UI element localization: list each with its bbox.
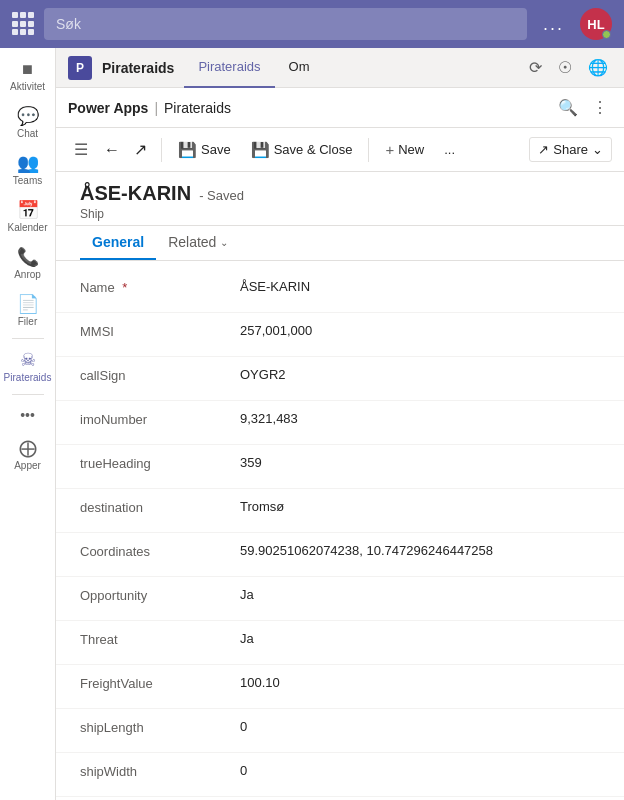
more-actions-label: ... (444, 142, 455, 157)
field-value-opportunity[interactable]: Ja (240, 587, 600, 602)
sidebar: ■ Aktivitet 💬 Chat 👥 Teams 📅 Kalender 📞 … (0, 48, 56, 800)
sidebar-item-calls-label: Anrop (14, 269, 41, 281)
sidebar-item-teams[interactable]: 👥 Teams (0, 146, 55, 193)
share-button[interactable]: ↗ Share ⌄ (529, 137, 612, 162)
record-name: ÅSE-KARIN (80, 182, 191, 205)
field-label-callsign: callSign (80, 367, 240, 383)
toolbar: ☰ ← ↗ 💾 Save 💾 Save & Close + New ... (56, 128, 624, 172)
nav-buttons: ← ↗ (98, 136, 153, 163)
search-input[interactable] (44, 8, 527, 40)
field-row-name: Name * ÅSE-KARIN (56, 269, 624, 313)
main-layout: ■ Aktivitet 💬 Chat 👥 Teams 📅 Kalender 📞 … (0, 48, 624, 800)
field-label-shiplength: shipLength (80, 719, 240, 735)
sidebar-item-calls[interactable]: 📞 Anrop (0, 240, 55, 287)
activity-icon: ■ (22, 60, 33, 78)
field-value-trueheading[interactable]: 359 (240, 455, 600, 470)
field-label-coordinates: Coordinates (80, 543, 240, 559)
field-row-threat: Threat Ja (56, 621, 624, 665)
sidebar-item-teams-label: Teams (13, 175, 42, 187)
tab-general[interactable]: General (80, 226, 156, 260)
record-header: ÅSE-KARIN - Saved Ship (56, 172, 624, 226)
tab-pirateraids[interactable]: Pirateraids (184, 48, 274, 88)
tab-related[interactable]: Related ⌄ (156, 226, 240, 260)
sidebar-item-apps-label: Apper (14, 460, 41, 472)
sidebar-divider (12, 338, 44, 339)
app-header-tabs: Pirateraids Om (184, 48, 521, 88)
share-chevron-icon: ⌄ (592, 142, 603, 157)
avatar[interactable]: HL (580, 8, 612, 40)
record-type: Ship (80, 207, 600, 221)
field-row-callsign: callSign OYGR2 (56, 357, 624, 401)
more-actions-button[interactable]: ... (436, 138, 463, 161)
share-label: Share (553, 142, 588, 157)
breadcrumb-power-apps[interactable]: Power Apps (68, 100, 148, 116)
globe-icon[interactable]: 🌐 (584, 54, 612, 81)
sidebar-more-button[interactable]: ••• (12, 399, 43, 431)
save-button[interactable]: 💾 Save (170, 137, 239, 163)
field-value-coordinates[interactable]: 59.90251062074238, 10.747296246447258 (240, 543, 600, 558)
sub-header: Power Apps | Pirateraids 🔍 ⋮ (56, 88, 624, 128)
sub-search-icon[interactable]: 🔍 (554, 94, 582, 121)
field-row-imonumber: imoNumber 9,321,483 (56, 401, 624, 445)
sidebar-item-activity[interactable]: ■ Aktivitet (0, 52, 55, 99)
sidebar-item-chat[interactable]: 💬 Chat (0, 99, 55, 146)
field-label-destination: destination (80, 499, 240, 515)
sidebar-item-calendar[interactable]: 📅 Kalender (0, 193, 55, 240)
field-row-coordinates: Coordinates 59.90251062074238, 10.747296… (56, 533, 624, 577)
fields-area: Name * ÅSE-KARIN MMSI 257,001,000 callSi… (56, 261, 624, 800)
new-button[interactable]: + New (377, 137, 432, 162)
toolbar-separator-1 (161, 138, 162, 162)
tab-om[interactable]: Om (275, 48, 324, 88)
sidebar-item-activity-label: Aktivitet (10, 81, 45, 93)
field-value-name[interactable]: ÅSE-KARIN (240, 279, 600, 294)
record-title: ÅSE-KARIN - Saved (80, 182, 600, 205)
save-icon: 💾 (178, 141, 197, 159)
save-close-label: Save & Close (274, 142, 353, 157)
top-bar: ... HL (0, 0, 624, 48)
field-label-trueheading: trueHeading (80, 455, 240, 471)
sidebar-item-files-label: Filer (18, 316, 37, 328)
field-value-freightvalue[interactable]: 100.10 (240, 675, 600, 690)
app-icon: P (76, 61, 84, 75)
sub-more-icon[interactable]: ⋮ (588, 94, 612, 121)
field-label-opportunity: Opportunity (80, 587, 240, 603)
required-indicator: * (122, 280, 127, 295)
field-label-name: Name * (80, 279, 240, 295)
sidebar-item-apps[interactable]: ⨁ Apper (0, 431, 55, 478)
field-value-destination[interactable]: Tromsø (240, 499, 600, 514)
files-icon: 📄 (17, 295, 39, 313)
open-button[interactable]: ↗ (128, 136, 153, 163)
shield-icon[interactable]: ☉ (554, 54, 576, 81)
save-close-icon: 💾 (251, 141, 270, 159)
field-label-threat: Threat (80, 631, 240, 647)
pirateraids-icon: ☠ (20, 351, 36, 369)
field-value-callsign[interactable]: OYGR2 (240, 367, 600, 382)
sidebar-item-files[interactable]: 📄 Filer (0, 287, 55, 334)
field-row-destination: destination Tromsø (56, 489, 624, 533)
related-chevron-icon: ⌄ (220, 237, 228, 248)
field-label-shipwidth: shipWidth (80, 763, 240, 779)
back-button[interactable]: ← (98, 137, 126, 163)
app-header: P Pirateraids Pirateraids Om ⟳ ☉ 🌐 (56, 48, 624, 88)
topbar-more-button[interactable]: ... (535, 10, 572, 39)
save-close-button[interactable]: 💾 Save & Close (243, 137, 361, 163)
hamburger-icon[interactable]: ☰ (68, 136, 94, 163)
field-value-mmsi[interactable]: 257,001,000 (240, 323, 600, 338)
sidebar-item-calendar-label: Kalender (7, 222, 47, 234)
breadcrumb-separator: | (154, 100, 158, 116)
field-value-shiplength[interactable]: 0 (240, 719, 600, 734)
sidebar-item-pirateraids[interactable]: ☠ Pirateraids (0, 343, 55, 390)
field-value-imonumber[interactable]: 9,321,483 (240, 411, 600, 426)
share-arrow-icon: ↗ (538, 142, 549, 157)
app-icon-box: P (68, 56, 92, 80)
grid-icon[interactable] (12, 12, 36, 36)
app-name: Pirateraids (102, 60, 174, 76)
chat-icon: 💬 (17, 107, 39, 125)
field-label-mmsi: MMSI (80, 323, 240, 339)
field-value-threat[interactable]: Ja (240, 631, 600, 646)
field-value-shipwidth[interactable]: 0 (240, 763, 600, 778)
refresh-icon[interactable]: ⟳ (525, 54, 546, 81)
related-label: Related (168, 234, 216, 250)
sidebar-item-chat-label: Chat (17, 128, 38, 140)
field-row-mmsi: MMSI 257,001,000 (56, 313, 624, 357)
